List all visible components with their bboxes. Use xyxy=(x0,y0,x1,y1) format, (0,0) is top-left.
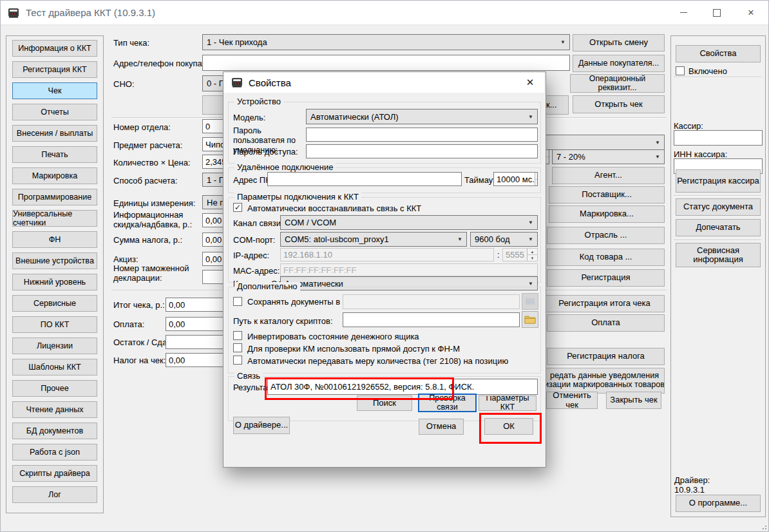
notify-marked-goods-button[interactable]: редать данные уведомления изации маркиро… xyxy=(544,368,665,394)
total-input[interactable]: 0,00 xyxy=(166,298,230,312)
separator xyxy=(674,77,761,78)
tax-rate-select[interactable]: 7 - 20%▼ xyxy=(552,149,665,164)
sidebar-item-programming[interactable]: Программирование xyxy=(12,189,97,205)
sidebar-item-print[interactable]: Печать xyxy=(12,146,97,163)
model-select[interactable]: Автоматически (АТОЛ)▼ xyxy=(306,109,538,124)
sidebar-item-json[interactable]: Работа с json xyxy=(12,444,97,461)
sidebar-item-external-devices[interactable]: Внешние устройства xyxy=(12,252,97,269)
invert-drawer-label: Инвертировать состояние денежного ящика xyxy=(247,332,419,341)
maximize-button[interactable] xyxy=(700,1,734,24)
pay-button[interactable]: Оплата xyxy=(547,314,665,332)
registration-button[interactable]: Регистрация xyxy=(547,269,665,287)
kkt-params-button[interactable]: Параметры ККТ xyxy=(479,395,536,411)
sidebar-item-kkt-templates[interactable]: Шаблоны ККТ xyxy=(12,359,97,375)
invert-drawer-checkbox[interactable] xyxy=(233,331,242,340)
about-button[interactable]: О программе... xyxy=(676,495,761,512)
km-direct-checkbox[interactable] xyxy=(233,343,242,352)
sidebar-item-read-data[interactable]: Чтение данных xyxy=(12,401,97,418)
resize-grip[interactable] xyxy=(760,523,766,529)
dialog-close-icon[interactable]: ✕ xyxy=(516,77,544,88)
sidebar-item-receipt[interactable]: Чек xyxy=(12,82,97,99)
doc-status-button[interactable]: Статус документа xyxy=(676,198,761,216)
scripts-browse-button[interactable] xyxy=(522,311,538,328)
timeout-stepper[interactable]: 10000 мс. ▲▼ xyxy=(493,172,538,186)
sidebar-item-marking[interactable]: Маркировка xyxy=(12,167,97,184)
reg-cashier-button[interactable]: Регистрация кассира xyxy=(676,169,761,193)
supplier-button[interactable]: Поставщик... xyxy=(549,186,665,204)
product-code-button[interactable]: Код товара ... xyxy=(547,249,665,266)
close-button[interactable]: ✕ xyxy=(734,1,768,24)
sidebar-item-deposits[interactable]: Внесения / выплаты xyxy=(12,125,97,142)
dialog-cancel-button[interactable]: Отмена xyxy=(419,419,464,435)
sidebar-item-driver-scripts[interactable]: Скрипты драйвера xyxy=(12,465,97,482)
app-window: Тест драйвера ККТ (10.9.3.1) ✕ Информаци… xyxy=(0,0,769,532)
sidebar-item-other[interactable]: Прочее xyxy=(12,380,97,397)
about-driver-button[interactable]: О драйвере... xyxy=(233,417,290,434)
sidebar-item-kkt-info[interactable]: Информация о ККТ xyxy=(12,40,97,57)
sidebar-item-reports[interactable]: Отчеты xyxy=(12,104,97,120)
sidebar-item-low-level[interactable]: Нижний уровень xyxy=(12,274,97,290)
reprint-button[interactable]: Допечатать xyxy=(676,219,761,236)
access-pass-input[interactable] xyxy=(306,144,538,158)
save-db-checkbox[interactable] xyxy=(233,297,242,306)
close-receipt-button[interactable]: Закрыть чек xyxy=(606,392,661,409)
receipt-type-select[interactable]: 1 - Чек прихода▼ xyxy=(202,34,570,50)
receipt-type-value: 1 - Чек прихода xyxy=(207,37,267,47)
service-info-button[interactable]: Сервисная информация xyxy=(676,243,761,267)
properties-button[interactable]: Свойства xyxy=(676,45,761,62)
stepper-arrows-icon: ▲▼ xyxy=(527,249,537,261)
sidebar-item-kkt-software[interactable]: ПО ККТ xyxy=(12,316,97,333)
agent-button[interactable]: Агент... xyxy=(552,167,665,184)
result-value: АТОЛ 30Ф, №00106121926552, версия: 5.8.1… xyxy=(271,382,474,392)
sidebar-item-service[interactable]: Сервисные xyxy=(12,295,97,312)
pay-method-label: Способ расчета: xyxy=(113,176,178,185)
baud-select[interactable]: 9600 бод▼ xyxy=(470,232,538,247)
auto-measure-checkbox[interactable] xyxy=(233,356,242,365)
separator xyxy=(674,240,761,241)
enabled-checkbox[interactable] xyxy=(676,66,685,75)
industry-button[interactable]: Отрасль ... xyxy=(547,227,665,244)
search-button[interactable]: Поиск xyxy=(357,395,412,411)
open-shift-button[interactable]: Открыть смену xyxy=(573,34,665,52)
ip-label: IP-адрес: xyxy=(233,251,269,260)
cashier-input[interactable] xyxy=(674,130,763,146)
auto-restore-checkbox[interactable]: ✓ xyxy=(233,203,242,212)
chevron-down-icon: ▼ xyxy=(557,39,565,45)
channel-select[interactable]: COM / VCOM▼ xyxy=(280,215,538,230)
ip-value: 192.168.1.10 xyxy=(283,250,332,260)
scripts-path-input[interactable] xyxy=(343,312,520,327)
save-db-path-input xyxy=(343,294,520,309)
user-pass-input[interactable] xyxy=(306,128,538,142)
stepper-arrows-icon[interactable]: ▲▼ xyxy=(535,173,538,185)
sidebar-item-universal-counters[interactable]: Универсальные счетчики xyxy=(12,210,97,227)
com-port-select[interactable]: COM5: atol-usbcom_proxy1▼ xyxy=(280,232,467,247)
payment-input[interactable]: 0,00 xyxy=(166,317,230,331)
change-input[interactable] xyxy=(166,335,230,349)
mac-value: FF:FF:FF:FF:FF:FF xyxy=(283,265,356,275)
sidebar-item-log[interactable]: Лог xyxy=(12,486,97,503)
reg-total-button[interactable]: Регистрация итога чека xyxy=(544,295,665,312)
dialog-ok-button[interactable]: ОК xyxy=(484,418,533,435)
cancel-receipt-button[interactable]: Отменить чек xyxy=(546,392,598,409)
printer-icon xyxy=(231,76,243,89)
result-input[interactable]: АТОЛ 30Ф, №00106121926552, версия: 5.8.1… xyxy=(267,379,538,395)
sidebar-item-doc-db[interactable]: БД документов xyxy=(12,423,97,439)
pc-address-input[interactable] xyxy=(267,172,462,186)
receipt-tax-input[interactable]: 0,00 xyxy=(166,353,230,367)
payment-label: Оплата: xyxy=(113,319,144,329)
operational-attr-button[interactable]: Операционный реквизит... xyxy=(570,74,665,93)
timeout-value: 10000 мс. xyxy=(497,175,535,184)
open-receipt-button[interactable]: Открыть чек xyxy=(573,95,665,113)
check-connection-button[interactable]: Проверка связи xyxy=(418,394,477,412)
marking-button[interactable]: Маркировка... xyxy=(549,205,665,223)
excise-value: 0,00 xyxy=(205,254,222,264)
sidebar-item-kkt-registration[interactable]: Регистрация ККТ xyxy=(12,61,97,78)
buyer-address-input[interactable] xyxy=(202,55,570,71)
minimize-button[interactable] xyxy=(667,1,700,24)
notify-line1: редать данные уведомления xyxy=(550,372,659,381)
sidebar-item-licenses[interactable]: Лицензии xyxy=(12,337,97,354)
reg-tax-button[interactable]: Регистрация налога xyxy=(547,348,665,365)
receipt-tax-value: 0,00 xyxy=(169,356,185,365)
sidebar-item-fn[interactable]: ФН xyxy=(12,231,97,248)
buyer-data-button[interactable]: Данные покупателя... xyxy=(573,55,665,72)
